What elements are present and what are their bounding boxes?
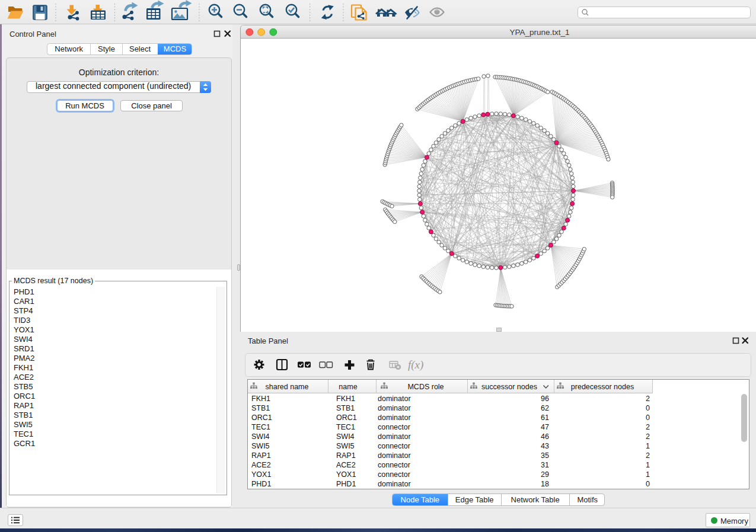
svg-text:name: name <box>339 383 357 391</box>
svg-text:predecessor nodes: predecessor nodes <box>571 383 634 391</box>
svg-text:MCDS role: MCDS role <box>407 383 444 391</box>
svg-text:f(x): f(x) <box>408 358 423 371</box>
svg-text:shared name: shared name <box>266 383 309 391</box>
svg-text:successor nodes: successor nodes <box>481 383 537 391</box>
